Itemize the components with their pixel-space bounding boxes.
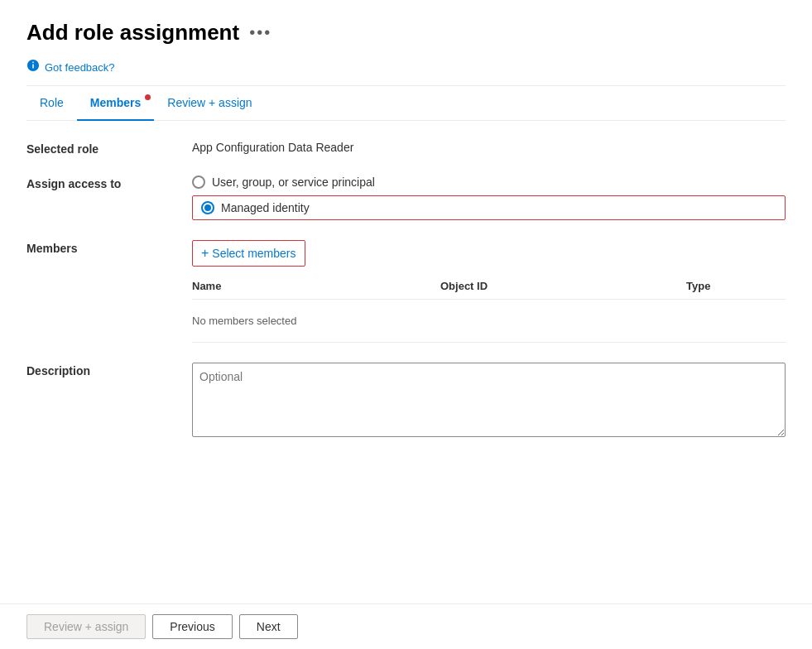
tab-review-assign[interactable]: Review + assign bbox=[154, 86, 265, 121]
radio-user-group[interactable] bbox=[192, 175, 205, 189]
radio-managed-identity[interactable] bbox=[201, 201, 214, 214]
radio-group: User, group, or service principal Manage… bbox=[192, 175, 786, 220]
select-members-button[interactable]: + Select members bbox=[192, 240, 305, 267]
previous-button[interactable]: Previous bbox=[152, 614, 232, 639]
more-options-icon[interactable]: ••• bbox=[249, 23, 271, 42]
selected-role-value: App Configuration Data Reader bbox=[192, 141, 353, 154]
radio-user-group-label: User, group, or service principal bbox=[212, 175, 375, 189]
tab-members[interactable]: Members bbox=[77, 86, 154, 121]
form-area: Selected role App Configuration Data Rea… bbox=[26, 121, 786, 479]
members-table: Name Object ID Type No members selected bbox=[192, 280, 786, 343]
radio-managed-identity-label: Managed identity bbox=[221, 201, 310, 214]
next-button[interactable]: Next bbox=[239, 614, 298, 639]
description-content bbox=[192, 363, 786, 440]
tab-role[interactable]: Role bbox=[26, 86, 77, 121]
page-title-row: Add role assignment ••• bbox=[26, 20, 786, 46]
selected-role-content: App Configuration Data Reader bbox=[192, 141, 786, 154]
col-header-objectid: Object ID bbox=[440, 280, 686, 292]
select-members-label: Select members bbox=[212, 247, 295, 260]
selected-role-row: Selected role App Configuration Data Rea… bbox=[26, 141, 786, 156]
members-content: + Select members Name Object ID Type No … bbox=[192, 240, 786, 343]
selected-role-label: Selected role bbox=[26, 141, 192, 156]
description-textarea[interactable] bbox=[192, 363, 786, 437]
assign-access-label: Assign access to bbox=[26, 175, 192, 190]
members-row: Members + Select members Name Object ID … bbox=[26, 240, 786, 343]
feedback-link[interactable]: Got feedback? bbox=[45, 61, 115, 74]
no-members-text: No members selected bbox=[192, 308, 786, 334]
assign-access-content: User, group, or service principal Manage… bbox=[192, 175, 786, 220]
page-title: Add role assignment bbox=[26, 20, 239, 46]
col-header-type: Type bbox=[686, 280, 786, 292]
col-header-name: Name bbox=[192, 280, 440, 292]
tab-members-wrapper: Members bbox=[77, 86, 154, 120]
description-row: Description bbox=[26, 363, 786, 440]
members-label: Members bbox=[26, 240, 192, 255]
feedback-icon bbox=[26, 59, 40, 75]
feedback-row: Got feedback? bbox=[26, 59, 786, 86]
table-header: Name Object ID Type bbox=[192, 280, 786, 300]
assign-access-row: Assign access to User, group, or service… bbox=[26, 175, 786, 220]
radio-option-user-group[interactable]: User, group, or service principal bbox=[192, 175, 786, 189]
plus-icon: + bbox=[201, 246, 209, 261]
bottom-bar: Review + assign Previous Next bbox=[0, 603, 812, 649]
radio-option-managed-identity[interactable]: Managed identity bbox=[192, 195, 786, 220]
tabs-row: Role Members Review + assign bbox=[26, 86, 786, 121]
description-label: Description bbox=[26, 363, 192, 377]
table-body: No members selected bbox=[192, 300, 786, 343]
review-assign-button: Review + assign bbox=[26, 614, 146, 639]
